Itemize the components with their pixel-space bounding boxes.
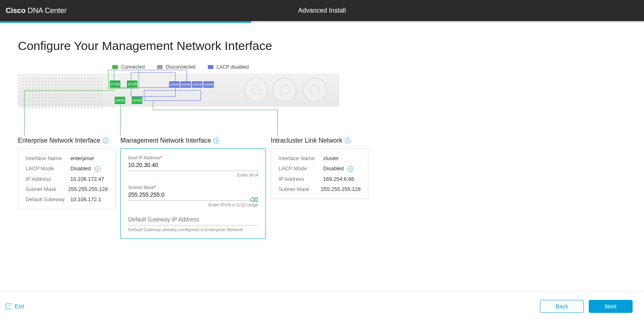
back-button[interactable]: Back xyxy=(540,300,584,313)
brand: Cisco DNA Center xyxy=(6,7,67,15)
enterprise-subnet-label: Subnet Mask xyxy=(26,186,68,192)
cluster-iface-value: cluster xyxy=(323,155,339,161)
management-card: Host IP Address* Enter IPv4 Subnet Mask*… xyxy=(120,148,266,239)
cluster-title-text: Intracluster Link Network xyxy=(271,137,342,144)
fan-icon xyxy=(244,78,268,102)
enterprise-lacp-value-text: Disabled xyxy=(70,165,91,171)
legend-disconnected: Disconnected xyxy=(157,64,196,70)
enterprise-card: Interface Name enterprise LACP Mode Disa… xyxy=(18,148,115,209)
cluster-ip-label: IP Address xyxy=(278,176,323,182)
connector-cluster xyxy=(277,110,278,136)
next-button[interactable]: Next xyxy=(589,300,633,313)
host-ip-label: Host IP Address* xyxy=(128,155,258,160)
footer: Exit Back Next xyxy=(0,291,644,321)
page-title: Configure Your Management Network Interf… xyxy=(18,39,626,53)
port-cluster-3[interactable] xyxy=(192,81,202,88)
port-cluster-1[interactable] xyxy=(169,81,180,88)
enterprise-subnet-row: Subnet Mask 255.255.255.128 xyxy=(26,186,108,192)
management-section: Management Network Interface i Host IP A… xyxy=(120,137,266,239)
management-title-text: Management Network Interface xyxy=(120,137,211,144)
connector-management xyxy=(120,105,121,136)
port-cluster-2[interactable] xyxy=(181,81,191,88)
exit-label: Exit xyxy=(15,303,24,310)
brand-bold: Cisco xyxy=(6,7,26,15)
info-icon[interactable]: i xyxy=(213,138,219,143)
top-bar: Cisco DNA Center Advanced Install xyxy=(0,0,644,21)
cluster-subnet-label: Subnet Mask xyxy=(278,186,321,192)
legend-connected: Connected xyxy=(112,64,145,70)
brand-rest: DNA Center xyxy=(28,7,67,15)
swatch-lacp-icon xyxy=(208,65,213,69)
cluster-ip-value: 169.254.6.66 xyxy=(323,176,354,182)
fan-icon xyxy=(272,78,297,102)
enterprise-gw-label: Default Gateway xyxy=(26,196,70,202)
management-title: Management Network Interface i xyxy=(120,137,266,144)
cluster-card: Interface Name cluster LACP Mode Disable… xyxy=(271,148,368,199)
cluster-lacp-row: LACP Mode Disabled i xyxy=(278,165,361,172)
cluster-subnet-row: Subnet Mask 255.255.255.128 xyxy=(278,186,361,192)
content: Configure Your Management Network Interf… xyxy=(0,23,644,239)
gateway-note: Default Gateway already configured in En… xyxy=(128,227,258,232)
exit-button[interactable]: Exit xyxy=(6,303,24,310)
subnet-input[interactable] xyxy=(128,190,258,201)
enterprise-title: Enterprise Network Interface i xyxy=(18,137,115,144)
exit-icon xyxy=(6,304,11,309)
cluster-title: Intracluster Link Network i xyxy=(271,137,368,144)
enterprise-gw-row: Default Gateway 10.106.172.1 xyxy=(26,196,108,202)
cluster-section: Intracluster Link Network i Interface Na… xyxy=(271,137,368,239)
cluster-iface-row: Interface Name cluster xyxy=(278,155,361,161)
cluster-lacp-value-text: Disabled xyxy=(323,165,344,171)
connector-enterprise xyxy=(24,90,25,136)
subnet-hint: Enter IPV4 or 0-32 range xyxy=(128,202,258,207)
subnet-field: Subnet Mask* ⌫ Enter IPV4 or 0-32 range xyxy=(128,185,258,207)
port-cluster-4[interactable] xyxy=(203,81,214,88)
gateway-field: Default Gateway already configured in En… xyxy=(128,215,258,232)
subnet-label-text: Subnet Mask xyxy=(128,185,154,190)
legend-connected-label: Connected xyxy=(121,64,145,70)
enterprise-ip-row: IP Address 10.106.172.47 xyxy=(26,176,108,182)
enterprise-gw-value: 10.106.172.1 xyxy=(70,196,101,202)
host-ip-input[interactable] xyxy=(128,160,258,171)
port-management-2[interactable] xyxy=(132,97,142,104)
appliance-diagram xyxy=(18,74,343,137)
enterprise-iface-value: enterprise xyxy=(70,155,94,161)
required-mark: * xyxy=(154,185,156,190)
enterprise-ip-value: 10.106.172.47 xyxy=(70,176,104,182)
enterprise-ip-label: IP Address xyxy=(26,176,70,182)
legend-lacp-label: LACP disabled xyxy=(217,64,249,70)
port-legend: Connected Disconnected LACP disabled xyxy=(18,64,343,70)
swatch-disconnected-icon xyxy=(157,65,163,69)
connector-enterprise-h xyxy=(24,90,115,91)
host-ip-label-text: Host IP Address xyxy=(128,155,160,160)
info-icon[interactable]: i xyxy=(103,138,109,143)
enterprise-iface-row: Interface Name enterprise xyxy=(26,155,108,161)
enterprise-iface-label: Interface Name xyxy=(26,155,70,161)
cluster-ip-row: IP Address 169.254.6.66 xyxy=(278,176,361,182)
legend-lacp-disabled: LACP disabled xyxy=(208,64,249,70)
info-icon[interactable]: i xyxy=(348,166,353,172)
legend-disconnected-label: Disconnected xyxy=(166,64,196,70)
enterprise-lacp-row: LACP Mode Disabled i xyxy=(26,165,108,172)
subnet-label: Subnet Mask* xyxy=(128,185,258,190)
vent-icon xyxy=(22,93,103,109)
host-ip-hint: Enter IPv4 xyxy=(128,173,258,178)
cluster-lacp-value: Disabled i xyxy=(323,165,353,172)
fan-icon xyxy=(303,78,327,102)
port-management-1[interactable] xyxy=(115,97,125,104)
enterprise-title-text: Enterprise Network Interface xyxy=(18,137,100,144)
cluster-port-frame-low xyxy=(144,90,201,101)
enterprise-subnet-value: 255.255.255.128 xyxy=(68,186,108,192)
cluster-iface-label: Interface Name xyxy=(278,155,323,161)
info-icon[interactable]: i xyxy=(345,138,350,143)
cluster-subnet-value: 255.255.255.128 xyxy=(321,186,361,192)
gateway-input xyxy=(128,215,258,226)
info-icon[interactable]: i xyxy=(95,166,100,172)
enterprise-section: Enterprise Network Interface i Interface… xyxy=(18,137,115,239)
enterprise-lacp-value: Disabled i xyxy=(70,165,100,172)
header-title: Advanced Install xyxy=(298,7,346,14)
vent-icon xyxy=(22,77,103,93)
clear-input-icon[interactable]: ⌫ xyxy=(250,197,258,203)
cluster-lacp-label: LACP Mode xyxy=(278,165,323,172)
connector-cluster-h xyxy=(153,110,277,110)
footer-buttons: Back Next xyxy=(540,300,633,313)
